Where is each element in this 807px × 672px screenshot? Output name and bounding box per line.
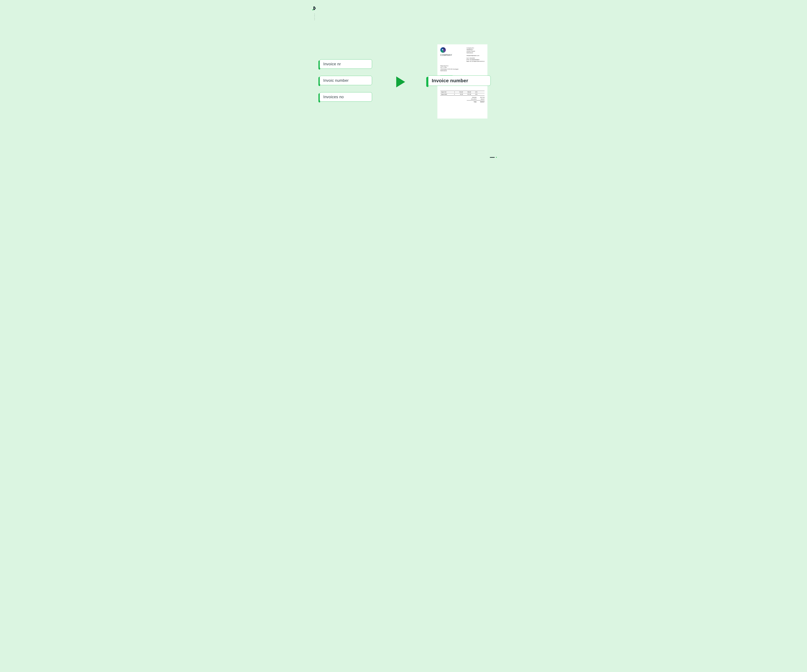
totals-label: 21% BTW (467, 98, 477, 100)
normalized-result-pill: Invoice number (428, 76, 491, 86)
totals-value: €189,97 (477, 101, 485, 103)
addr-line: BTW: NL000099998857 (467, 59, 485, 61)
cell-vat: 21% (471, 91, 477, 93)
cell-item: Object 8032 (440, 94, 450, 95)
addr-line: Netherlands (440, 70, 485, 71)
variant-pill: Invoice nr (320, 60, 372, 69)
variant-pill: Invoices no (320, 92, 372, 102)
addr-line: KvK: 33344555 (467, 58, 485, 59)
table-row: Object 524 3 €10,00 €30,00 21% (440, 91, 485, 93)
cell-amount: €30,00 (463, 91, 471, 93)
totals-label: Total (467, 101, 477, 103)
table-row: Object 8032 6 €4,50 €27,00 21% (440, 93, 485, 96)
addr-line: t.a.v. J. Doe (440, 67, 485, 68)
cell-vat: 21% (471, 94, 477, 95)
arrow-right-icon (396, 76, 405, 88)
addr-line: Netherlands (467, 52, 485, 54)
addr-line: 2244AZ Utrecht (467, 50, 485, 52)
company-address: Company B.V. Straatweg 4 2244AZ Utrecht … (467, 47, 485, 62)
addr-line: info@bedrijfsnaam.com (467, 55, 485, 56)
totals-label: Subtotal (467, 97, 477, 98)
company-logo-icon (440, 47, 446, 53)
cell-price: €4,50 (455, 94, 463, 95)
totals-row: Total €189,97 (467, 101, 485, 103)
cell-qty: 3 (450, 91, 455, 93)
addr-line: Company B.V. (467, 47, 485, 49)
addr-line: Straatweg 4 (467, 49, 485, 50)
totals-row: Subtotal €157,00 (467, 96, 485, 98)
totals-block: Subtotal €157,00 21% BTW €32,97 Total €1… (440, 96, 485, 103)
cell-price: €10,00 (455, 91, 463, 93)
klippa-logo-icon (313, 6, 317, 11)
decorative-dots-icon (314, 14, 315, 20)
variant-pill: Invoic number (320, 76, 372, 85)
addr-line: Bank: NL 01 BANK 0043 5678 22 (467, 61, 485, 62)
invoice-brand: COMPANY (440, 47, 452, 62)
company-brand-name: COMPANY (440, 54, 452, 56)
corner-decoration-icon (490, 157, 497, 158)
cell-qty: 6 (450, 94, 455, 95)
line-items-table: Object 524 3 €10,00 €30,00 21% Object 80… (440, 91, 485, 96)
totals-row: 21% BTW €32,97 (467, 98, 485, 101)
totals-value: €32,97 (477, 98, 485, 100)
addr-line: Lübeckweg 2 9723 HE Groningen (440, 68, 485, 70)
addr-line: Klippa App B.V. (440, 65, 485, 67)
recipient-address: Klippa App B.V. t.a.v. J. Doe Lübeckweg … (440, 65, 485, 72)
totals-value: €157,00 (477, 97, 485, 98)
cell-item: Object 524 (440, 91, 450, 93)
input-variants-list: Invoice nr Invoic number Invoices no (320, 60, 372, 102)
cell-amount: €27,00 (463, 94, 471, 95)
